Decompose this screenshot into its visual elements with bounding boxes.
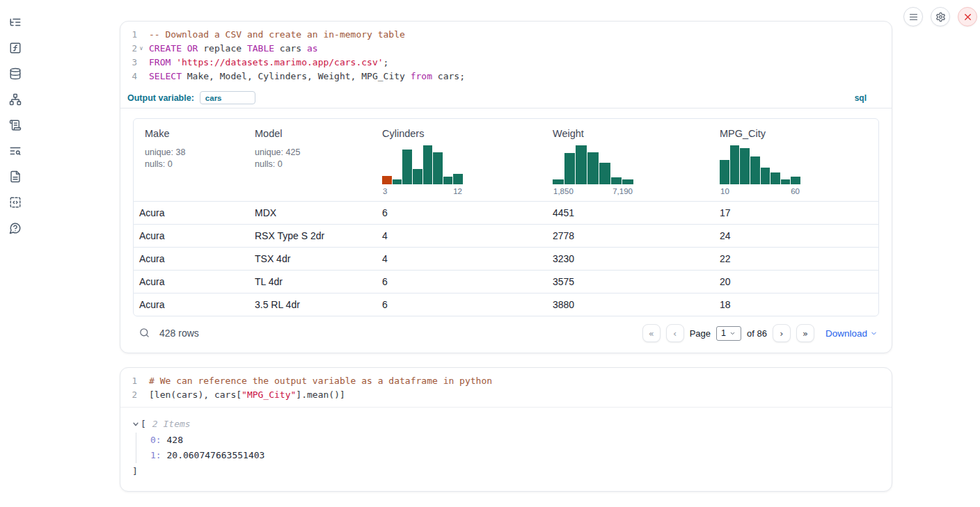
python-code-editor[interactable]: 1# We can reference the output variable …	[120, 368, 892, 408]
column-name[interactable]: Model	[255, 128, 283, 139]
table-row[interactable]: Acura MDX 6 4451 17	[134, 201, 878, 224]
variables-icon[interactable]	[9, 42, 22, 54]
help-icon[interactable]	[9, 222, 22, 234]
table-row[interactable]: Acura TSX 4dr 4 3230 22	[134, 247, 878, 270]
histogram-min-label: 10	[720, 187, 729, 195]
collapse-chevron-icon[interactable]	[132, 421, 139, 428]
shutdown-button[interactable]	[958, 7, 977, 26]
table-cell: 2778	[546, 225, 713, 247]
notebook-actions	[903, 7, 977, 26]
histogram-bar	[622, 179, 633, 184]
logs-icon[interactable]	[9, 145, 22, 157]
table-header-row: Make unique: 38 nulls: 0 Model unique: 4…	[134, 119, 878, 201]
scratchpad-icon[interactable]	[9, 119, 22, 131]
column-name[interactable]: Make	[145, 128, 169, 139]
histogram-bar	[720, 160, 729, 184]
table-cell: RSX Type S 2dr	[248, 225, 375, 247]
search-icon[interactable]	[139, 327, 151, 339]
table-cell: Acura	[134, 202, 248, 224]
histogram-bar	[587, 152, 599, 184]
table-cell: 4451	[546, 202, 713, 224]
column-stats: unique: 38 nulls: 0	[145, 147, 241, 170]
histogram-bar	[576, 145, 587, 184]
table-cell: 24	[713, 225, 878, 247]
page-select-value: 1	[721, 328, 726, 338]
histogram-bar	[393, 179, 402, 184]
table-footer: 428 rows « ‹ Page 1 of 86 › » Download	[133, 323, 879, 343]
previous-page-button[interactable]: ‹	[666, 324, 684, 342]
column-name[interactable]: Cylinders	[382, 128, 424, 139]
table-cell: 3575	[546, 271, 713, 293]
table-cell: TSX 4dr	[248, 248, 375, 270]
weight-histogram[interactable]: 1,850 7,190	[553, 145, 633, 195]
python-output: [ 2 Items 0: 428 1: 20.060747663551403 ]	[120, 408, 892, 491]
sql-code-editor[interactable]: 1-- Download a CSV and create an in-memo…	[120, 22, 892, 88]
histogram-bar	[599, 163, 610, 184]
tree-entry: 1: 20.060747663551403	[150, 448, 880, 463]
column-header-model: Model unique: 425 nulls: 0	[248, 119, 375, 201]
histogram-max-label: 7,190	[612, 187, 633, 195]
table-cell: 6	[375, 202, 546, 224]
histogram-bar	[564, 153, 576, 184]
tree-children: 0: 428 1: 20.060747663551403	[136, 433, 880, 463]
page-select[interactable]: 1	[716, 326, 741, 341]
file-explorer-icon[interactable]	[9, 16, 22, 29]
row-count: 428 rows	[159, 328, 199, 339]
next-page-button[interactable]: ›	[773, 324, 791, 342]
language-badge[interactable]: sql	[855, 93, 867, 103]
chevron-down-icon	[870, 330, 878, 337]
column-header-mpg-city: MPG_City 10 60	[713, 119, 878, 201]
snippets-icon[interactable]	[9, 196, 22, 209]
first-page-button[interactable]: «	[642, 324, 661, 342]
histogram-bar	[740, 148, 750, 184]
histogram-bar	[382, 176, 392, 184]
table-cell: Acura	[134, 293, 248, 316]
entry-key: 1:	[150, 450, 161, 460]
column-stats: unique: 425 nulls: 0	[255, 147, 368, 170]
histogram-bar	[453, 174, 463, 184]
items-count-label: 2 Items	[152, 417, 191, 431]
output-variable-input[interactable]	[200, 91, 255, 104]
table-row[interactable]: Acura RSX Type S 2dr 4 2778 24	[134, 224, 878, 247]
datasources-icon[interactable]	[9, 67, 22, 80]
table-cell: Acura	[134, 248, 248, 270]
column-name[interactable]: MPG_City	[720, 128, 766, 139]
histogram-bar	[413, 169, 422, 184]
column-header-weight: Weight 1,850 7,190	[546, 119, 713, 201]
dependency-graph-icon[interactable]	[9, 93, 22, 106]
cylinders-histogram[interactable]: 3 12	[382, 145, 463, 195]
table-cell: MDX	[248, 202, 375, 224]
table-row[interactable]: Acura 3.5 RL 4dr 6 3880 18	[134, 293, 878, 316]
histogram-bar	[791, 177, 800, 184]
column-header-make: Make unique: 38 nulls: 0	[134, 119, 248, 201]
table-cell: TL 4dr	[248, 271, 375, 293]
entry-value: 428	[166, 435, 182, 445]
menu-button[interactable]	[903, 7, 923, 26]
chevron-down-icon	[729, 330, 736, 337]
table-cell: 18	[713, 293, 878, 316]
column-header-cylinders: Cylinders 3 12	[375, 119, 546, 201]
output-variable-label: Output variable:	[127, 93, 194, 103]
histogram-bar	[781, 179, 791, 184]
histogram-bar	[611, 177, 622, 184]
helper-panel-sidebar	[0, 0, 31, 507]
settings-button[interactable]	[931, 7, 950, 26]
sql-cell: 1-- Download a CSV and create an in-memo…	[120, 21, 892, 353]
download-button[interactable]: Download	[825, 328, 878, 339]
table-cell: 6	[375, 293, 546, 316]
python-cell: 1# We can reference the output variable …	[120, 367, 892, 492]
notebook-cells: 1-- Download a CSV and create an in-memo…	[120, 21, 892, 506]
histogram-max-label: 60	[791, 187, 800, 195]
table-cell: 17	[713, 202, 878, 224]
table-cell: 20	[713, 271, 878, 293]
last-page-button[interactable]: »	[796, 324, 814, 342]
mpg-city-histogram[interactable]: 10 60	[720, 145, 800, 195]
column-name[interactable]: Weight	[553, 128, 584, 139]
table-cell: 3230	[546, 248, 713, 270]
sql-output: Make unique: 38 nulls: 0 Model unique: 4…	[120, 108, 892, 353]
table-cell: 4	[375, 225, 546, 247]
documentation-icon[interactable]	[9, 170, 22, 183]
histogram-min-label: 1,850	[553, 187, 574, 195]
output-variable-row: Output variable: sql	[120, 88, 892, 108]
table-row[interactable]: Acura TL 4dr 6 3575 20	[134, 270, 878, 293]
